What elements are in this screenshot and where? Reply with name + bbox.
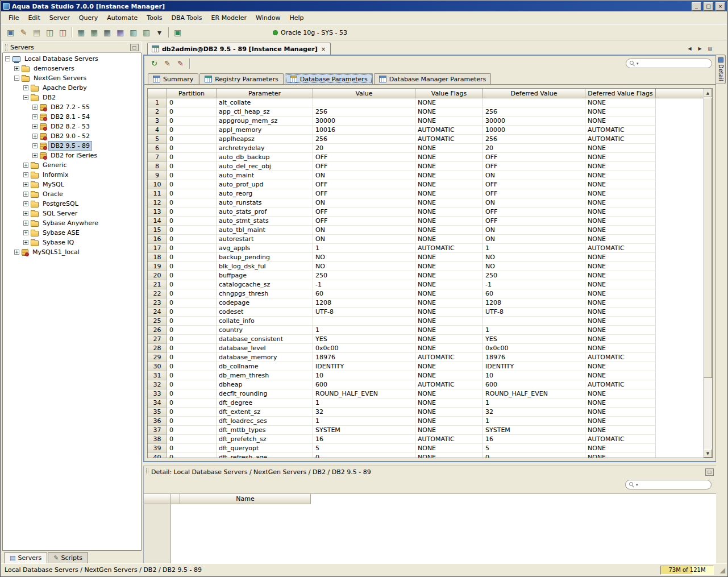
parameter-row-dft-prefetch-sz[interactable]: 380dft_prefetch_sz16AUTOMATIC16AUTOMATIC: [148, 435, 703, 444]
parameter-row-auto-prof-upd[interactable]: 100auto_prof_updOFFNONEOFFNONE: [148, 180, 703, 189]
detail-column-header-name[interactable]: Name: [180, 494, 311, 504]
query-builder-icon[interactable]: ▦: [88, 26, 101, 39]
parameter-row-codeset[interactable]: 240codesetUTF-8NONEUTF-8NONE: [148, 308, 703, 317]
collapse-toggle-icon[interactable]: −: [14, 76, 19, 81]
parameter-row-dft-mttb-types[interactable]: 370dft_mttb_typesSYSTEMNONESYSTEMNONE: [148, 426, 703, 435]
register-server-icon[interactable]: ▣: [4, 26, 17, 39]
tree-item-mysql[interactable]: +MySQL: [3, 180, 141, 189]
parameter-row-db-mem-thresh[interactable]: 310db_mem_thresh10NONE10NONE: [148, 371, 703, 380]
tree-item-sql-server[interactable]: +SQL Server: [3, 209, 141, 218]
menu-help[interactable]: Help: [285, 12, 308, 24]
scroll-tabs-left-icon[interactable]: ◀: [685, 44, 694, 53]
parameter-row-auto-db-backup[interactable]: 70auto_db_backupOFFNONEOFFNONE: [148, 153, 703, 162]
query-analyzer-icon[interactable]: ▦: [74, 26, 88, 39]
collapse-toggle-icon[interactable]: −: [5, 56, 10, 61]
tree-item-informix[interactable]: +Informix: [3, 170, 141, 180]
detail-search-input[interactable]: [639, 481, 708, 488]
parameter-row-dft-refresh-age[interactable]: 400dft_refresh_age0NONE0NONE: [148, 453, 703, 458]
parameter-row-auto-reorg[interactable]: 110auto_reorgOFFNONEOFFNONE: [148, 189, 703, 198]
parameter-row-auto-stmt-stats[interactable]: 140auto_stmt_statsOFFNONEOFFNONE: [148, 217, 703, 226]
sidebar-tab-scripts[interactable]: ✎Scripts: [48, 552, 88, 563]
tree-item-oracle[interactable]: +Oracle: [3, 189, 141, 199]
parameter-row-database-consistent[interactable]: 270database_consistentYESNONEYESNONE: [148, 335, 703, 344]
instance-manager-icon[interactable]: ▣: [171, 26, 184, 39]
scrollbar-thumb[interactable]: [704, 98, 712, 378]
parameter-row-auto-maint[interactable]: 90auto_maintONNONEONNONE: [148, 171, 703, 180]
menu-window[interactable]: Window: [251, 12, 285, 24]
menu-tools[interactable]: Tools: [142, 12, 167, 24]
vertical-scrollbar[interactable]: ▲ ▼: [703, 89, 712, 458]
search-options-caret-icon[interactable]: ▾: [637, 61, 639, 66]
generate-script-icon[interactable]: ✎: [174, 57, 187, 70]
table-data-editor-icon[interactable]: ▦: [101, 26, 114, 39]
refresh-icon[interactable]: ↻: [148, 57, 161, 70]
parameter-row-backup-pending[interactable]: 180backup_pendingNONONENONONE: [148, 253, 703, 262]
tree-item-nextgen-servers[interactable]: −NextGen Servers: [3, 73, 141, 83]
expand-toggle-icon[interactable]: +: [23, 221, 28, 226]
tree-item-sybase-anywhere[interactable]: +Sybase Anywhere: [3, 218, 141, 228]
memory-indicator[interactable]: 73M of 121M: [660, 566, 714, 575]
menu-query[interactable]: Query: [74, 12, 102, 24]
tree-item-db2-9-5-89[interactable]: +DB2 9.5 - 89: [3, 141, 141, 151]
parameter-row-collate-info[interactable]: 250collate_infoNONENONE: [148, 317, 703, 326]
column-header-deferred-value[interactable]: Deferred Value: [483, 89, 585, 98]
maximize-icon[interactable]: □: [704, 2, 713, 11]
menu-file[interactable]: File: [4, 12, 23, 24]
subtab-database-manager-parameters[interactable]: Database Manager Parameters: [374, 73, 492, 84]
column-header-partition[interactable]: Partition: [167, 89, 217, 98]
tree-item-db2-9-0-52[interactable]: +DB2 9.0 - 52: [3, 131, 141, 141]
parameter-row-archretrydelay[interactable]: 60archretrydelay20NONE20NONE: [148, 144, 703, 153]
parameter-row-catalogcache-sz[interactable]: 210catalogcache_sz-1NONE-1NONE: [148, 280, 703, 289]
menu-edit[interactable]: Edit: [23, 12, 44, 24]
server-connection-combo[interactable]: Oracle 10g - SYS - 53: [269, 27, 351, 38]
menu-server[interactable]: Server: [45, 12, 74, 24]
expand-toggle-icon[interactable]: +: [32, 153, 38, 158]
scroll-tabs-right-icon[interactable]: ▶: [696, 44, 704, 53]
menu-automate[interactable]: Automate: [102, 12, 142, 24]
er-modeler-icon[interactable]: ▦: [114, 26, 127, 39]
detail-drag-handle-icon[interactable]: [146, 468, 148, 475]
tree-item-local-database-servers[interactable]: −Local Database Servers: [3, 54, 141, 64]
tree-item-db2-8-2-53[interactable]: +DB2 8.2 - 53: [3, 122, 141, 131]
parameter-row-appl-memory[interactable]: 40appl_memory10016AUTOMATIC10000AUTOMATI…: [148, 126, 703, 135]
connect-server-icon[interactable]: ◫: [43, 26, 56, 39]
expand-toggle-icon[interactable]: +: [14, 66, 19, 71]
edit-server-registration-icon[interactable]: ✎: [17, 26, 30, 39]
parameter-row-db-collname[interactable]: 300db_collnameIDENTITYNONEIDENTITYNONE: [148, 362, 703, 371]
parameter-row-auto-tbl-maint[interactable]: 150auto_tbl_maintONNONEONNONE: [148, 226, 703, 235]
parameter-row-alt-collate[interactable]: 10alt_collateNONENONE: [148, 98, 703, 107]
tree-item-postgresql[interactable]: +PostgreSQL: [3, 199, 141, 209]
expand-toggle-icon[interactable]: +: [23, 201, 28, 206]
expand-toggle-icon[interactable]: +: [23, 192, 28, 197]
tree-item-db2[interactable]: −DB2: [3, 93, 141, 102]
schema-browser-icon[interactable]: ▥: [127, 26, 140, 39]
parameter-row-dft-queryopt[interactable]: 390dft_queryopt5NONE5NONE: [148, 444, 703, 453]
expand-toggle-icon[interactable]: +: [32, 143, 38, 148]
expand-toggle-icon[interactable]: +: [23, 240, 28, 245]
scroll-down-icon[interactable]: ▼: [704, 449, 712, 458]
subtab-registry-parameters[interactable]: Registry Parameters: [199, 73, 284, 84]
minimize-icon[interactable]: _: [692, 2, 701, 11]
disconnect-server-icon[interactable]: ◫: [56, 26, 69, 39]
parameter-row-auto-runstats[interactable]: 120auto_runstatsONNONEONNONE: [148, 198, 703, 207]
parameter-row-chngpgs-thresh[interactable]: 220chngpgs_thresh60NONE60NONE: [148, 289, 703, 298]
parameter-row-decflt-rounding[interactable]: 330decflt_roundingROUND_HALF_EVENNONEROU…: [148, 389, 703, 398]
column-header-deferred-value-flags[interactable]: Deferred Value Flags: [585, 89, 656, 98]
tree-item-db2-8-1-54[interactable]: +DB2 8.1 - 54: [3, 112, 141, 122]
menu-dba-tools[interactable]: DBA Tools: [167, 12, 206, 24]
expand-toggle-icon[interactable]: +: [32, 134, 38, 139]
detail-dock-tab[interactable]: Detail: [716, 55, 726, 84]
parameter-row-auto-stats-prof[interactable]: 130auto_stats_profOFFNONEOFFNONE: [148, 207, 703, 217]
open-file-dropdown-icon[interactable]: ▾: [153, 26, 166, 39]
detail-search-caret-icon[interactable]: ▾: [636, 483, 638, 487]
parameter-row-dbheap[interactable]: 320dbheap600AUTOMATIC600AUTOMATIC: [148, 380, 703, 389]
parameter-row-dft-loadrec-ses[interactable]: 360dft_loadrec_ses1NONE1NONE: [148, 417, 703, 426]
tree-item-mysql51-local[interactable]: +MySQL51_local: [3, 247, 141, 257]
tree-item-demoservers[interactable]: +demoservers: [3, 64, 141, 73]
parameter-row-appgroup-mem-sz[interactable]: 30appgroup_mem_sz30000NONE30000NONE: [148, 117, 703, 126]
parameter-row-avg-appls[interactable]: 170avg_appls1AUTOMATIC1AUTOMATIC: [148, 244, 703, 253]
expand-toggle-icon[interactable]: +: [23, 211, 28, 216]
expand-toggle-icon[interactable]: +: [23, 163, 28, 168]
parameter-row-blk-log-dsk-ful[interactable]: 190blk_log_dsk_fulNONONENONONE: [148, 262, 703, 271]
parameter-row-dft-degree[interactable]: 340dft_degree1NONE1NONE: [148, 398, 703, 408]
